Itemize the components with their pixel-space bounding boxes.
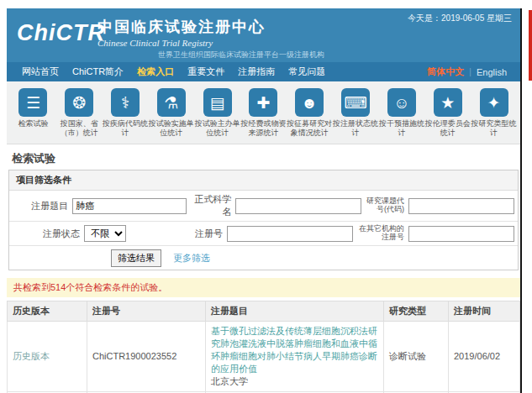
toolbar-item[interactable]: ⚗ 按试验实施单位统计 [148, 88, 194, 139]
chictr-logo[interactable]: ChiCTR [17, 20, 105, 46]
filter-row-1: 注册题目 正式科学名 研究课题代号(代码) [9, 191, 518, 222]
col-header-title: 注册题目 [206, 301, 384, 322]
flask-icon: ⚗ [157, 88, 186, 117]
other-reg-input[interactable] [408, 226, 514, 242]
reg-no-label: 注册号 [169, 228, 227, 240]
page-container: 今天是：2019-06-05 星期三 ChiCTR 中国临床试验注册中心 Chi… [7, 8, 522, 393]
star-icon: ★ [434, 88, 462, 117]
sparkle-icon: ✦ [480, 88, 508, 117]
col-header-history: 历史版本 [8, 301, 87, 322]
toolbar-item[interactable]: ✚ 按经费或物资来源统计 [240, 88, 287, 139]
toolbar-item[interactable]: ☺ 按干预措施统计 [379, 88, 425, 139]
filter-row-2: 注册状态 不限 注册号 在其它机构的注册号 [9, 222, 518, 246]
code-input[interactable] [408, 198, 514, 214]
toolbar-item-label: 按注册状态统计 [333, 119, 379, 139]
sci-name-input[interactable] [235, 198, 361, 214]
nav-item[interactable]: ChiCTR简介 [66, 66, 130, 78]
status-label: 注册状态 [13, 228, 84, 240]
study-type: 诊断试验 [384, 322, 449, 392]
filter-results-button[interactable]: 筛选结果 [111, 249, 161, 267]
more-filters-link[interactable]: 更多筛选 [173, 252, 210, 265]
col-header-type: 研究类型 [384, 301, 449, 322]
lang-simplified-chinese[interactable]: 简体中文 [422, 66, 469, 78]
nav-items: 网站首页 ChiCTR简介 检索入口 重要文件 注册指南 常见问题 [15, 66, 332, 78]
keyboard-icon: ⌨ [341, 88, 370, 117]
people-icon: ☻ [295, 88, 324, 117]
toolbar-item-label: 按试验主办单位统计 [194, 119, 240, 139]
toolbar-item[interactable]: ▤ 按试验主办单位统计 [194, 88, 240, 139]
toolbar-item[interactable]: ❂ 按国家、省（市）统计 [56, 88, 103, 139]
person-icon: ☺ [387, 88, 416, 117]
today-date: 今天是：2019-06-05 星期三 [408, 13, 512, 24]
toolbar-item-label: 按伦理委员会统计 [424, 119, 471, 139]
toolbar-item[interactable]: ⚕ 按疾病代码统计 [103, 88, 149, 139]
site-header: 今天是：2019-06-05 星期三 ChiCTR 中国临床试验注册中心 Chi… [7, 8, 520, 62]
history-version-link[interactable]: 历史版本 [13, 351, 50, 361]
other-reg-label: 在其它机构的注册号 [353, 225, 408, 242]
nav-language: 简体中文 | English [422, 66, 512, 78]
toolbar-item[interactable]: ⌨ 按注册状态统计 [333, 88, 379, 139]
table-row: 历史版本 ChiCTR1900023552 基于微孔过滤法及传统薄层细胞沉积法研… [8, 322, 520, 392]
toolbar-item-label: 按国家、省（市）统计 [56, 119, 103, 139]
registration-date: 2019/06/02 [449, 322, 520, 392]
trial-title-link[interactable]: 基于微孔过滤法及传统薄层细胞沉积法研究肺泡灌洗液中脱落肿瘤细胞和血液中循环肿瘤细… [211, 325, 378, 375]
col-header-regno: 注册号 [87, 301, 206, 322]
reg-title-label: 注册题目 [13, 200, 72, 212]
results-header-row: 历史版本 注册号 注册题目 研究类型 注册时间 [8, 301, 520, 322]
nav-item[interactable]: 检索入口 [130, 66, 181, 78]
code-label: 研究课题代号(代码) [361, 197, 408, 214]
toolbar-item-label: 按经费或物资来源统计 [240, 119, 287, 139]
sci-name-label: 正式科学名 [187, 193, 235, 218]
clipboard-icon: ▤ [203, 88, 232, 117]
toolbar-item-label: 按干预措施统计 [379, 119, 425, 139]
toolbar-item-label: 按试验实施单位统计 [148, 119, 194, 139]
toolbar-item-label: 按疾病代码统计 [103, 119, 149, 139]
site-title-en: Chinese Clinical Trial Registry [97, 38, 266, 48]
site-titles: 中国临床试验注册中心 Chinese Clinical Trial Regist… [97, 17, 266, 48]
nav-item[interactable]: 重要文件 [181, 66, 231, 78]
filter-row-3: 筛选结果 更多筛选 [9, 246, 518, 270]
medkit-icon: ✚ [249, 88, 277, 117]
results-summary: 共检索到514个符合检索条件的试验。 [7, 278, 520, 297]
trial-organization: 北京大学 [211, 376, 378, 387]
world-map-icon: ❂ [65, 88, 93, 117]
col-header-date: 注册时间 [449, 301, 520, 322]
reg-no-input[interactable] [227, 226, 353, 242]
nav-item[interactable]: 网站首页 [15, 66, 66, 78]
results-body: 历史版本 ChiCTR1900023552 基于微孔过滤法及传统薄层细胞沉积法研… [8, 322, 520, 393]
section-title: 检索试验 [12, 151, 520, 166]
reg-title-input[interactable] [72, 198, 187, 214]
results-table: 历史版本 注册号 注册题目 研究类型 注册时间 历史版本 ChiCTR19000… [7, 301, 520, 393]
dna-icon: ⚕ [111, 88, 140, 117]
nav-item[interactable]: 注册指南 [231, 66, 282, 78]
toolbar-item[interactable]: ✦ 按研究类型统计 [471, 88, 517, 139]
filter-panel: 项目筛选条件 注册题目 正式科学名 研究课题代号(代码) 注册状态 不限 注册号… [8, 170, 519, 270]
filter-panel-title: 项目筛选条件 [9, 170, 518, 191]
toolbar-item-label: 检索试验 [18, 119, 48, 128]
toolbar-item-label: 按研究类型统计 [471, 119, 517, 139]
stats-toolbar: ☰ 检索试验 ❂ 按国家、省（市）统计 ⚕ 按疾病代码统计 ⚗ 按试验实施单位统… [7, 81, 520, 144]
toolbar-item-label: 按征募研究对象情况统计 [287, 119, 333, 139]
site-title-cn: 中国临床试验注册中心 [97, 17, 266, 37]
list-icon: ☰ [18, 88, 47, 117]
main-nav: 网站首页 ChiCTR简介 检索入口 重要文件 注册指南 常见问题 简体中文 |… [7, 62, 520, 81]
toolbar-item[interactable]: ☰ 检索试验 [10, 88, 56, 139]
registration-number: ChiCTR1900023552 [87, 322, 206, 392]
toolbar-item[interactable]: ☻ 按征募研究对象情况统计 [287, 88, 333, 139]
status-select[interactable]: 不限 [84, 225, 126, 242]
lang-english[interactable]: English [471, 67, 512, 77]
red-edge-stripe [529, 10, 532, 81]
nav-item[interactable]: 常见问题 [282, 66, 332, 78]
site-subtitle: 世界卫生组织国际临床试验注册平台一级注册机构 [158, 50, 324, 60]
toolbar-item[interactable]: ★ 按伦理委员会统计 [424, 88, 471, 139]
